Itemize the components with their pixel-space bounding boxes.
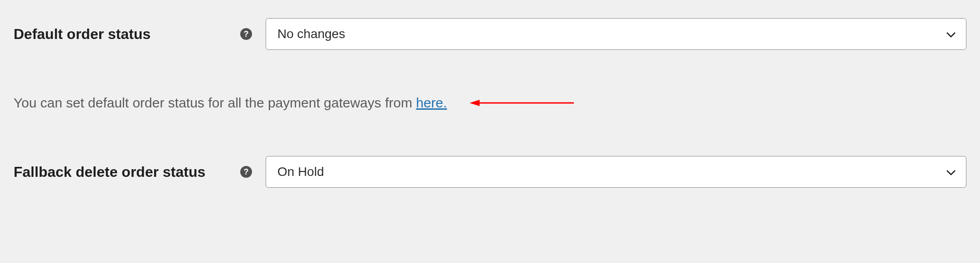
default-order-status-select[interactable]: No changes	[266, 18, 966, 50]
default-order-status-value: No changes	[277, 27, 345, 41]
info-link[interactable]: here.	[416, 95, 447, 110]
help-icon[interactable]: ?	[240, 166, 252, 178]
fallback-delete-order-status-label: Fallback delete order status	[14, 164, 240, 180]
help-icon[interactable]: ?	[240, 28, 252, 40]
info-row: You can set default order status for all…	[14, 95, 966, 111]
info-text: You can set default order status for all…	[14, 95, 447, 111]
default-order-status-label: Default order status	[14, 26, 240, 43]
fallback-delete-order-status-value: On Hold	[277, 165, 324, 179]
fallback-delete-order-status-row: Fallback delete order status ? On Hold	[14, 156, 966, 188]
default-order-status-row: Default order status ? No changes	[14, 18, 966, 50]
fallback-delete-order-status-select[interactable]: On Hold	[266, 156, 966, 188]
info-text-before: You can set default order status for all…	[14, 95, 416, 110]
svg-marker-1	[470, 100, 480, 106]
chevron-down-icon	[946, 165, 956, 179]
arrow-annotation-icon	[470, 96, 574, 110]
chevron-down-icon	[946, 27, 956, 41]
